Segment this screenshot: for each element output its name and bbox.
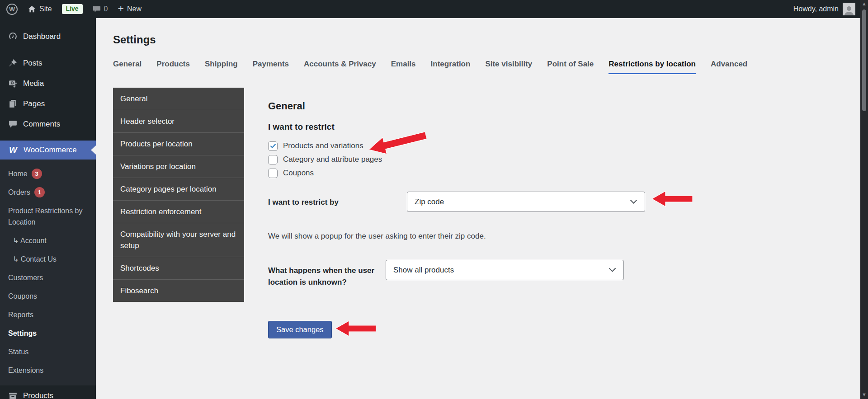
submenu-item-settings[interactable]: Settings <box>0 324 96 343</box>
submenu-item-reports[interactable]: Reports <box>0 305 96 324</box>
sidebar-item-posts[interactable]: Posts <box>0 53 96 73</box>
submenu-item-orders[interactable]: Orders 1 <box>0 183 96 202</box>
section-nav-category-pages[interactable]: Category pages per location <box>113 178 244 200</box>
admin-bar-right: Howdy, admin <box>793 3 868 15</box>
submenu-item-coupons[interactable]: Coupons <box>0 287 96 305</box>
sidebar-item-woocommerce[interactable]: W WooCommerce <box>0 141 96 160</box>
dashboard-icon <box>8 32 18 41</box>
submenu-label: ↳ Contact Us <box>13 253 57 265</box>
checkbox-unchecked[interactable] <box>268 169 278 178</box>
tab-general[interactable]: General <box>113 60 142 74</box>
submenu-item-contact-us[interactable]: ↳ Contact Us <box>0 250 96 268</box>
wordpress-admin-screen: W Site Live 0 + New Howdy, admin <box>0 0 868 399</box>
checkbox-checked[interactable] <box>268 141 278 151</box>
section-nav-restriction-enforcement[interactable]: Restriction enforcement <box>113 200 244 223</box>
restrict-by-value: Zip code <box>415 197 444 207</box>
site-label: Site <box>39 5 52 13</box>
settings-form: General I want to restrict Products and … <box>268 88 675 338</box>
tab-integration[interactable]: Integration <box>431 60 471 74</box>
tab-shipping[interactable]: Shipping <box>205 60 238 74</box>
comments-shortcut[interactable]: 0 <box>93 5 108 13</box>
sidebar-item-media[interactable]: Media <box>0 73 96 94</box>
sidebar-item-label: Products <box>23 391 53 399</box>
chevron-down-icon <box>609 268 616 272</box>
checkbox-category-attribute-pages[interactable]: Category and attribute pages <box>268 153 675 166</box>
section-title: General <box>268 100 675 112</box>
pages-icon <box>8 99 18 108</box>
current-menu-arrow <box>91 146 96 155</box>
home-badge: 3 <box>32 169 42 179</box>
section-nav-shortcodes[interactable]: Shortcodes <box>113 257 244 279</box>
new-label: New <box>127 5 142 13</box>
woocommerce-submenu: Home 3 Orders 1 Product Restrictions by … <box>0 160 96 385</box>
unknown-location-row: What happens when the user location is u… <box>268 260 675 288</box>
scrollbar-thumb[interactable] <box>862 9 866 111</box>
plus-icon: + <box>118 4 124 14</box>
submenu-label: Extensions <box>8 365 43 376</box>
user-avatar[interactable] <box>843 3 855 15</box>
checkbox-coupons[interactable]: Coupons <box>268 166 675 180</box>
submenu-label: ↳ Account <box>13 235 47 246</box>
pushpin-icon <box>8 58 18 68</box>
tab-site-visibility[interactable]: Site visibility <box>485 60 532 74</box>
submenu-item-home[interactable]: Home 3 <box>0 164 96 183</box>
scroll-up-icon[interactable]: ▲ <box>862 0 867 7</box>
submenu-label: Reports <box>8 309 33 320</box>
sidebar-item-comments[interactable]: Comments <box>0 114 96 134</box>
new-menu[interactable]: + New <box>118 5 142 14</box>
submenu-item-extensions[interactable]: Extensions <box>0 361 96 380</box>
sidebar-item-products[interactable]: Products <box>0 385 96 399</box>
unknown-location-select[interactable]: Show all products <box>386 260 624 280</box>
tab-products[interactable]: Products <box>156 60 190 74</box>
howdy-text[interactable]: Howdy, admin <box>793 5 839 13</box>
settings-body: General Header selector Products per loc… <box>113 88 860 338</box>
submenu-label: Customers <box>8 272 43 283</box>
comments-icon <box>8 119 18 129</box>
tab-point-of-sale[interactable]: Point of Sale <box>547 60 594 74</box>
save-changes-button[interactable]: Save changes <box>268 321 332 338</box>
submenu-item-account[interactable]: ↳ Account <box>0 231 96 250</box>
section-nav-general[interactable]: General <box>113 88 244 110</box>
submenu-item-product-restrictions[interactable]: Product Restrictions by Location <box>0 202 86 231</box>
sidebar-item-label: WooCommerce <box>24 146 77 155</box>
products-box-icon <box>8 391 18 399</box>
restrict-checkbox-group: Products and variations Category and att… <box>268 139 675 180</box>
restrict-by-row: I want to restrict by Zip code <box>268 192 675 212</box>
page-title: Settings <box>113 33 860 46</box>
restrict-heading: I want to restrict <box>268 122 675 132</box>
tab-accounts-privacy[interactable]: Accounts & Privacy <box>304 60 376 74</box>
media-icon <box>8 79 18 88</box>
page-scrollbar[interactable]: ▲ ▼ <box>860 0 868 399</box>
sidebar-item-pages[interactable]: Pages <box>0 94 96 114</box>
submenu-label: Product Restrictions by Location <box>8 205 86 228</box>
site-menu[interactable]: Site <box>28 5 52 14</box>
checkbox-label: Products and variations <box>283 141 363 150</box>
submenu-item-status[interactable]: Status <box>0 343 96 361</box>
unknown-location-value: Show all products <box>393 266 454 275</box>
tab-emails[interactable]: Emails <box>391 60 416 74</box>
section-nav-fibosearch[interactable]: Fibosearch <box>113 279 244 302</box>
section-nav-variations-per-location[interactable]: Variations per location <box>113 155 244 178</box>
checkbox-label: Coupons <box>283 169 314 178</box>
settings-page: Settings General Products Shipping Payme… <box>96 18 860 399</box>
sidebar-item-dashboard[interactable]: Dashboard <box>0 26 96 47</box>
sidebar-item-label: Comments <box>23 120 60 129</box>
restrict-by-select[interactable]: Zip code <box>407 192 645 212</box>
section-nav-compatibility[interactable]: Compatibility with your server and setup <box>113 223 244 257</box>
section-nav-products-per-location[interactable]: Products per location <box>113 132 244 155</box>
scroll-down-icon[interactable]: ▼ <box>862 391 867 398</box>
sidebar-item-label: Posts <box>23 59 42 68</box>
tab-advanced[interactable]: Advanced <box>711 60 747 74</box>
settings-tabs: General Products Shipping Payments Accou… <box>113 60 860 74</box>
sidebar-item-label: Pages <box>23 99 45 108</box>
checkbox-products-and-variations[interactable]: Products and variations <box>268 139 675 153</box>
wordpress-logo-icon[interactable]: W <box>6 4 18 15</box>
sidebar-item-label: Media <box>23 79 44 88</box>
tab-payments[interactable]: Payments <box>253 60 289 74</box>
checkbox-unchecked[interactable] <box>268 155 278 164</box>
restrict-by-label: I want to restrict by <box>268 192 407 208</box>
section-nav-header-selector[interactable]: Header selector <box>113 110 244 132</box>
tab-restrictions-by-location[interactable]: Restrictions by location <box>609 60 696 74</box>
live-badge[interactable]: Live <box>62 4 83 14</box>
submenu-item-customers[interactable]: Customers <box>0 268 96 287</box>
